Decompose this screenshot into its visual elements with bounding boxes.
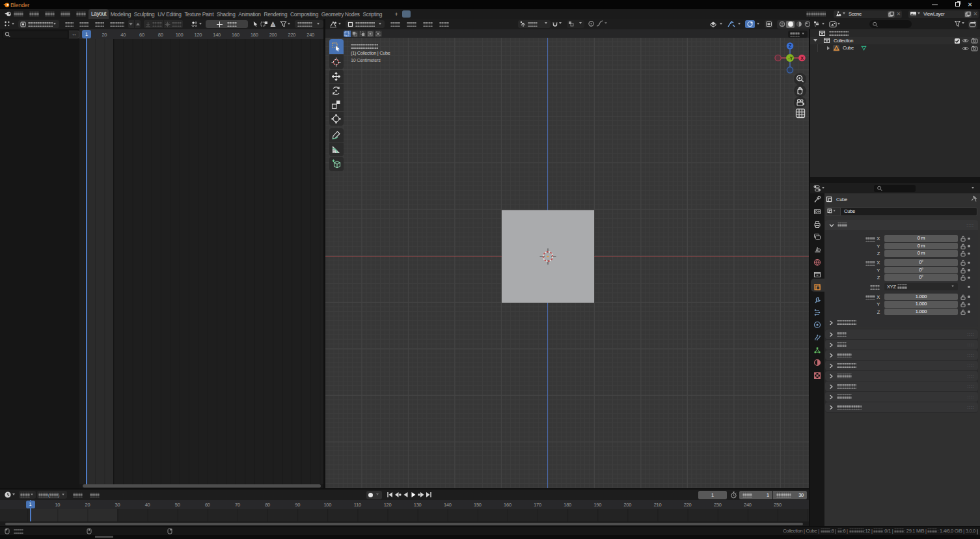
svg-text:-Y: -Y xyxy=(788,56,793,61)
svg-text:X: X xyxy=(800,56,804,61)
svg-text:A: A xyxy=(271,23,274,27)
